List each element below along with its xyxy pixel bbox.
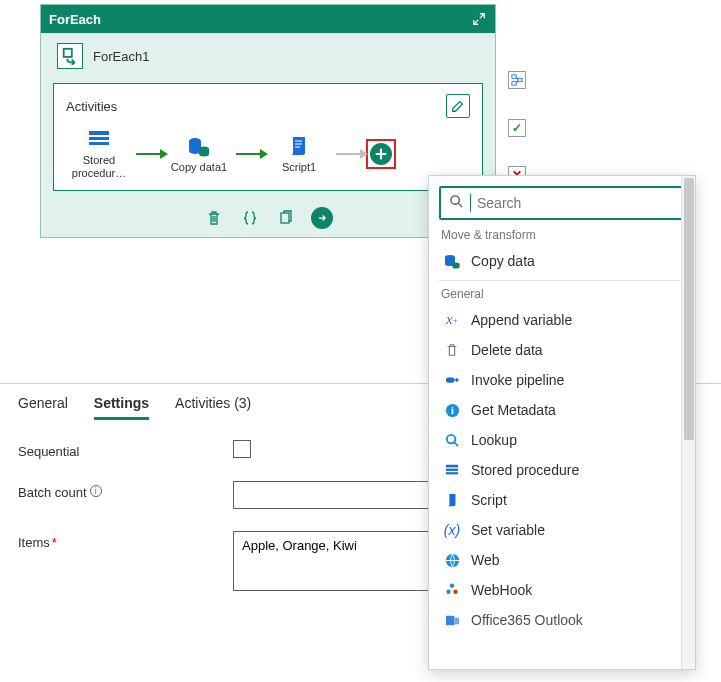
svg-rect-19: [446, 472, 458, 474]
item-label: Stored procedure: [471, 462, 579, 478]
sequential-label: Sequential: [18, 440, 233, 459]
node-label: Copy data1: [171, 161, 227, 174]
info-icon: i: [443, 401, 461, 419]
svg-rect-17: [446, 465, 458, 468]
tabs: General Settings Activities (3): [18, 395, 251, 420]
edit-activities-button[interactable]: [446, 94, 470, 118]
svg-rect-3: [89, 142, 109, 145]
svg-rect-1: [89, 131, 109, 135]
copy-data-icon: [187, 135, 211, 157]
outlook-icon: [443, 611, 461, 629]
svg-point-16: [446, 434, 454, 442]
activities-box: Activities Stored procedur… Copy data1: [53, 83, 483, 191]
node-script[interactable]: Script1: [266, 135, 332, 174]
search-box[interactable]: [439, 186, 685, 220]
delete-button[interactable]: [203, 207, 225, 229]
item-stored-procedure[interactable]: Stored procedure: [439, 455, 685, 485]
item-label: Delete data: [471, 342, 543, 358]
item-label: Append variable: [471, 312, 572, 328]
search-icon: [449, 194, 464, 212]
item-set-variable[interactable]: (x) Set variable: [439, 515, 685, 545]
flow-arrow-icon: [136, 153, 162, 155]
marker-graph-icon[interactable]: [508, 71, 526, 89]
svg-rect-7: [512, 75, 516, 78]
item-label: Get Metadata: [471, 402, 556, 418]
script-icon: [287, 135, 311, 157]
svg-point-21: [446, 590, 450, 594]
node-stored-procedure[interactable]: Stored procedur…: [66, 128, 132, 180]
item-script[interactable]: Script: [439, 485, 685, 515]
script-icon: [443, 491, 461, 509]
item-append-variable[interactable]: x+ Append variable: [439, 305, 685, 335]
trash-icon: [443, 341, 461, 359]
svg-rect-13: [446, 377, 455, 382]
sequential-checkbox[interactable]: [233, 440, 251, 458]
foreach-icon: [57, 43, 83, 69]
svg-point-23: [450, 583, 454, 587]
item-webhook[interactable]: WebHook: [439, 575, 685, 605]
flow-arrow-icon: [336, 153, 362, 155]
webhook-icon: [443, 581, 461, 599]
group-move-transform: Move & transform: [441, 228, 683, 242]
globe-icon: [443, 551, 461, 569]
flow-arrow-icon: [236, 153, 262, 155]
activities-flow: Stored procedur… Copy data1 Script1: [66, 124, 470, 182]
item-invoke-pipeline[interactable]: Invoke pipeline: [439, 365, 685, 395]
item-label: Set variable: [471, 522, 545, 538]
tab-settings[interactable]: Settings: [94, 395, 149, 420]
info-icon[interactable]: i: [90, 485, 102, 497]
item-delete-data[interactable]: Delete data: [439, 335, 685, 365]
copy-data-icon: [443, 252, 461, 270]
item-label: Invoke pipeline: [471, 372, 564, 388]
variable-icon: x+: [443, 311, 461, 329]
items-label: Items*: [18, 531, 233, 550]
search-input[interactable]: [477, 195, 675, 211]
tab-general[interactable]: General: [18, 395, 68, 420]
svg-rect-6: [281, 213, 289, 223]
item-label: Office365 Outlook: [471, 612, 583, 628]
foreach-header: ForEach: [41, 5, 495, 33]
scrollbar[interactable]: [681, 176, 695, 669]
scrollbar-thumb[interactable]: [684, 178, 694, 440]
tab-activities[interactable]: Activities (3): [175, 395, 251, 420]
foreach-name[interactable]: ForEach1: [93, 49, 149, 64]
item-label: Web: [471, 552, 500, 568]
text-caret: [470, 194, 471, 212]
activity-picker: Move & transform Copy data General x+ Ap…: [428, 175, 696, 670]
foreach-name-row: ForEach1: [41, 33, 495, 75]
svg-rect-2: [89, 137, 109, 140]
svg-point-22: [453, 590, 457, 594]
plus-icon: [370, 143, 392, 165]
svg-text:i: i: [451, 405, 454, 416]
node-copy-data[interactable]: Copy data1: [166, 135, 232, 174]
foreach-title: ForEach: [49, 12, 101, 27]
clone-button[interactable]: [275, 207, 297, 229]
svg-rect-18: [446, 469, 458, 471]
item-label: Copy data: [471, 253, 535, 269]
stored-procedure-icon: [443, 461, 461, 479]
svg-rect-8: [512, 82, 516, 85]
set-variable-icon: (x): [443, 521, 461, 539]
code-button[interactable]: [239, 207, 261, 229]
item-label: Lookup: [471, 432, 517, 448]
svg-rect-24: [445, 615, 453, 624]
item-label: Script: [471, 492, 507, 508]
svg-rect-9: [518, 78, 522, 81]
expand-icon[interactable]: [471, 11, 487, 27]
item-get-metadata[interactable]: i Get Metadata: [439, 395, 685, 425]
group-general: General: [441, 287, 683, 301]
item-label: WebHook: [471, 582, 532, 598]
node-label: Script1: [282, 161, 316, 174]
stored-procedure-icon: [87, 128, 111, 150]
marker-check-icon[interactable]: ✓: [508, 119, 526, 137]
batch-count-label: Batch counti: [18, 481, 233, 500]
item-copy-data[interactable]: Copy data: [439, 246, 685, 276]
add-activity-button[interactable]: [366, 139, 396, 169]
item-lookup[interactable]: Lookup: [439, 425, 685, 455]
foreach-toolbar: [41, 201, 495, 237]
run-button[interactable]: [311, 207, 333, 229]
item-web[interactable]: Web: [439, 545, 685, 575]
activities-label: Activities: [66, 99, 117, 114]
item-office365-outlook[interactable]: Office365 Outlook: [439, 605, 685, 635]
lookup-icon: [443, 431, 461, 449]
